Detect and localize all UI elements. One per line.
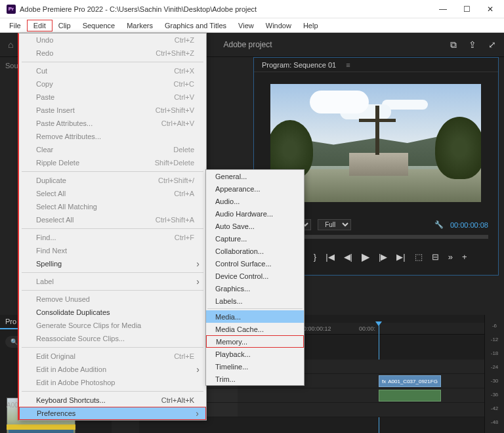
pref-audio-hardware-[interactable]: Audio Hardware...: [206, 207, 304, 220]
meter-tick: -18: [485, 350, 504, 356]
meter-tick: -6: [485, 323, 504, 329]
clip-duration-bar: [7, 424, 75, 430]
edit-menu-edit-original[interactable]: Edit OriginalCtrl+E: [19, 350, 206, 363]
meter-tick: -30: [485, 378, 504, 384]
program-header: Program: Sequence 01 ≡: [254, 58, 498, 72]
edit-menu-find-next[interactable]: Find Next: [19, 244, 206, 257]
close-button[interactable]: ✕: [486, 5, 495, 14]
edit-menu-generate-source-clips-for-media[interactable]: Generate Source Clips for Media: [19, 319, 206, 332]
pref-graphics-[interactable]: Graphics...: [206, 282, 304, 295]
edit-menu-consolidate-duplicates[interactable]: Consolidate Duplicates: [19, 306, 206, 319]
pref-labels-[interactable]: Labels...: [206, 295, 304, 307]
edit-menu-edit-in-adobe-audition[interactable]: Edit in Adobe Audition: [19, 363, 206, 376]
pref-capture-[interactable]: Capture...: [206, 232, 304, 245]
maximize-button[interactable]: ☐: [462, 5, 471, 14]
settings-icon[interactable]: 🔧: [434, 220, 444, 229]
ruler-tick: 00:00:00:12: [300, 325, 359, 332]
step-forward-icon[interactable]: |▶: [379, 252, 387, 262]
quick-export-icon[interactable]: ⧉: [450, 39, 457, 51]
export-frame-icon[interactable]: »: [448, 252, 453, 262]
menu-view[interactable]: View: [232, 20, 260, 31]
pref-playback-[interactable]: Playback...: [206, 348, 304, 360]
button-editor-icon[interactable]: +: [462, 252, 467, 262]
play-icon[interactable]: ▶: [362, 251, 369, 263]
timecode-right: 00:00:00:08: [450, 221, 488, 229]
edit-menu-reassociate-source-clips-[interactable]: Reassociate Source Clips...: [19, 332, 206, 345]
edit-menu-deselect-all[interactable]: Deselect AllCtrl+Shift+A: [19, 213, 206, 226]
app-icon: Pr: [7, 5, 16, 14]
minimize-button[interactable]: —: [438, 5, 448, 14]
titlebar: Pr Adobe Premiere Pro 2022 - C:\Users\Sa…: [0, 0, 504, 18]
project-name: Adobe project: [223, 40, 272, 49]
audio-meters: -6 -12 -18 -24 -30 -36 -42 -48: [484, 315, 504, 433]
menu-file[interactable]: File: [3, 20, 27, 31]
edit-menu-copy[interactable]: CopyCtrl+C: [19, 77, 206, 91]
pref-control-surface-[interactable]: Control Surface...: [206, 257, 304, 270]
edit-menu-ripple-delete[interactable]: Ripple DeleteShift+Delete: [19, 156, 206, 169]
pref-audio-[interactable]: Audio...: [206, 195, 304, 207]
edit-menu-edit-in-adobe-photoshop[interactable]: Edit in Adobe Photoshop: [19, 376, 206, 389]
edit-menu-preferences[interactable]: Preferences: [19, 407, 206, 420]
menu-help[interactable]: Help: [297, 20, 324, 31]
pref-memory-[interactable]: Memory...: [206, 335, 304, 348]
pref-appearance-[interactable]: Appearance...: [206, 182, 304, 195]
go-to-in-icon[interactable]: |◀: [326, 252, 334, 262]
source-panel-label: Sou: [5, 62, 18, 70]
program-title: Program: Sequence 01: [262, 61, 336, 69]
extract-icon[interactable]: ⊟: [432, 252, 439, 262]
pref-trim-[interactable]: Trim...: [206, 373, 304, 385]
menu-sequence[interactable]: Sequence: [77, 20, 121, 31]
meter-tick: -12: [485, 337, 504, 342]
edit-menu-keyboard-shortcuts-[interactable]: Keyboard Shortcuts...Ctrl+Alt+K: [19, 394, 206, 407]
menu-graphics[interactable]: Graphics and Titles: [159, 20, 232, 31]
edit-menu-select-all-matching[interactable]: Select All Matching: [19, 200, 206, 213]
track-body-a1[interactable]: [238, 388, 504, 403]
edit-menu-redo[interactable]: RedoCtrl+Shift+Z: [19, 47, 206, 60]
lift-icon[interactable]: ⬚: [415, 252, 423, 262]
edit-menu-cut[interactable]: CutCtrl+X: [19, 64, 206, 77]
go-to-out-icon[interactable]: ▶|: [396, 252, 405, 262]
share-icon[interactable]: ⇪: [469, 39, 476, 51]
pref-media-[interactable]: Media...: [206, 310, 304, 323]
fullscreen-icon[interactable]: ⤢: [488, 39, 496, 51]
home-icon[interactable]: ⌂: [8, 39, 13, 50]
edit-menu-duplicate[interactable]: DuplicateCtrl+Shift+/: [19, 174, 206, 187]
track-body-a2[interactable]: [238, 403, 504, 417]
meter-tick: -48: [485, 419, 504, 425]
edit-menu-remove-unused[interactable]: Remove Unused: [19, 293, 206, 306]
mark-out-icon[interactable]: }: [314, 252, 316, 262]
ruler-tick: 00:00:: [359, 325, 418, 332]
menu-edit[interactable]: Edit: [27, 20, 52, 31]
audio-clip[interactable]: [379, 390, 441, 402]
menu-window[interactable]: Window: [260, 20, 297, 31]
panel-menu-icon[interactable]: ≡: [346, 61, 350, 69]
edit-menu-clear[interactable]: ClearDelete: [19, 143, 206, 156]
pref-media-cache-[interactable]: Media Cache...: [206, 323, 304, 335]
pref-general-[interactable]: General...: [206, 170, 304, 182]
pref-auto-save-[interactable]: Auto Save...: [206, 220, 304, 232]
edit-menu-spelling[interactable]: Spelling: [19, 257, 206, 270]
resolution-select[interactable]: Full: [318, 219, 351, 230]
edit-menu-label[interactable]: Label: [19, 275, 206, 288]
pref-collaboration-[interactable]: Collaboration...: [206, 245, 304, 257]
edit-menu-undo[interactable]: UndoCtrl+Z: [19, 33, 206, 47]
menu-markers[interactable]: Markers: [121, 20, 159, 31]
preferences-submenu: General...Appearance...Audio...Audio Har…: [205, 169, 304, 386]
meter-tick: -42: [485, 405, 504, 411]
meter-tick: -36: [485, 392, 504, 398]
edit-menu-paste[interactable]: PasteCtrl+V: [19, 91, 206, 104]
pref-device-control-[interactable]: Device Control...: [206, 270, 304, 282]
edit-menu-dropdown: UndoCtrl+ZRedoCtrl+Shift+ZCutCtrl+XCopyC…: [18, 33, 207, 421]
menu-clip[interactable]: Clip: [52, 20, 77, 31]
step-back-icon[interactable]: ◀|: [344, 252, 352, 262]
edit-menu-find-[interactable]: Find...Ctrl+F: [19, 231, 206, 244]
window-title: Adobe Premiere Pro 2022 - C:\Users\Sachi…: [20, 5, 438, 13]
meter-tick: -24: [485, 364, 504, 370]
edit-menu-paste-attributes-[interactable]: Paste Attributes...Ctrl+Alt+V: [19, 117, 206, 130]
edit-menu-remove-attributes-[interactable]: Remove Attributes...: [19, 130, 206, 143]
pref-timeline-[interactable]: Timeline...: [206, 360, 304, 373]
menubar: File Edit Clip Sequence Markers Graphics…: [0, 18, 504, 33]
video-clip[interactable]: fxA001_C037_0921FG: [379, 375, 441, 387]
edit-menu-select-all[interactable]: Select AllCtrl+A: [19, 187, 206, 200]
edit-menu-paste-insert[interactable]: Paste InsertCtrl+Shift+V: [19, 104, 206, 117]
